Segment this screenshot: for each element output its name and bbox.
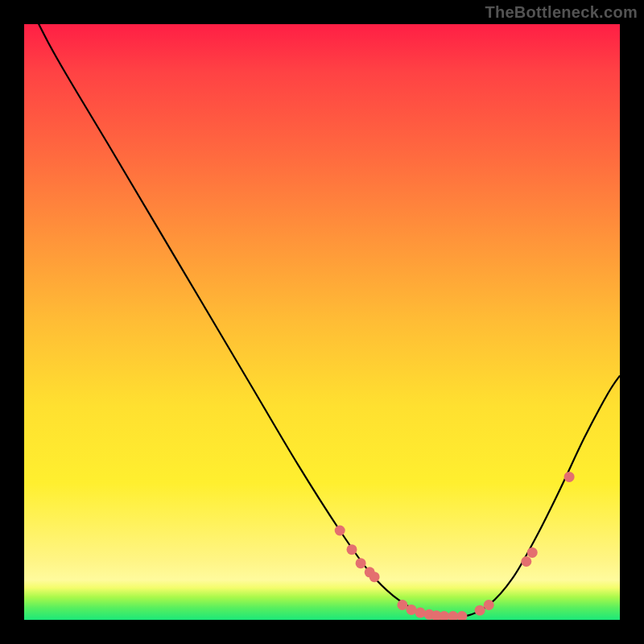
data-dot: [439, 611, 449, 620]
chart-svg: [24, 24, 620, 620]
data-dots: [335, 472, 575, 620]
plot-area: [24, 24, 620, 620]
data-dot: [521, 556, 531, 567]
curve-line: [24, 24, 620, 617]
data-dot: [369, 572, 380, 582]
data-dot: [527, 547, 538, 558]
data-dot: [356, 558, 366, 568]
data-dot: [397, 600, 407, 610]
data-dot: [415, 608, 426, 618]
data-dot: [335, 526, 345, 536]
data-dot: [448, 611, 458, 620]
data-dot: [564, 472, 575, 482]
data-dot: [484, 600, 494, 610]
data-dot: [475, 605, 485, 616]
data-dot: [407, 605, 417, 615]
data-dot: [347, 544, 357, 555]
data-dot: [456, 611, 467, 620]
watermark-text: TheBottleneck.com: [485, 3, 638, 22]
chart-root: TheBottleneck.com: [0, 0, 644, 644]
